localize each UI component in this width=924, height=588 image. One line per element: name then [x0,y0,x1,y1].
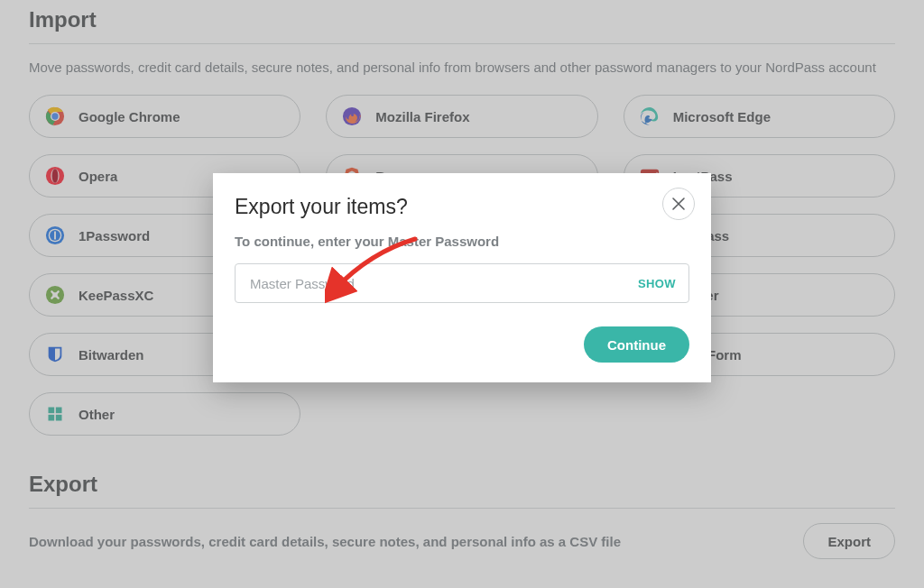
export-modal: Export your items? To continue, enter yo… [213,173,711,382]
modal-title: Export your items? [235,195,689,219]
modal-subtitle: To continue, enter your Master Password [235,234,689,249]
show-password-toggle[interactable]: SHOW [638,277,676,290]
close-button[interactable] [662,188,695,220]
modal-overlay: Export your items? To continue, enter yo… [0,0,924,588]
close-icon [671,197,686,211]
master-password-input[interactable] [248,275,638,292]
password-field: SHOW [235,263,689,303]
continue-button[interactable]: Continue [584,326,689,363]
